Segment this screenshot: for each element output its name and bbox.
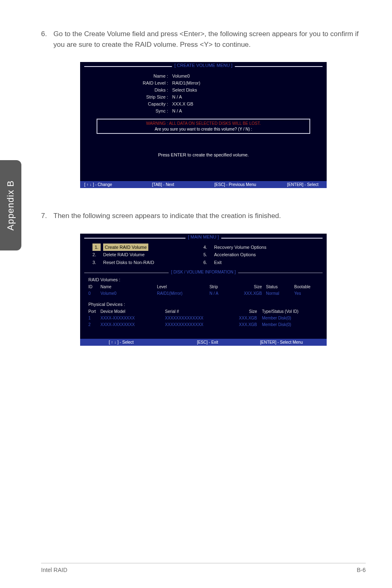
- td-size: XXX.XGB: [234, 315, 262, 322]
- td-strip: N / A: [210, 290, 234, 297]
- th-id: ID: [88, 284, 100, 290]
- th-size: Size: [234, 284, 266, 290]
- bios1-footer: [ ↑ ↓ ] - Change [TAB] - Next [ESC] - Pr…: [80, 181, 327, 188]
- step-6-num: 6.: [41, 29, 53, 50]
- menu-acceleration: Acceleration Options: [214, 251, 256, 259]
- td-port: 2: [88, 322, 100, 328]
- kv-label: RAID Level :: [86, 80, 172, 87]
- kv-val: N / A: [172, 94, 182, 101]
- physical-devices-label: Physical Devices :: [80, 301, 327, 308]
- td-serial: XXXXXXXXXXXXXX: [165, 315, 234, 322]
- footer-select: [ ↑ ↓ ] - Select: [84, 340, 158, 345]
- step-7-num: 7.: [41, 211, 53, 221]
- td-id: 0: [88, 290, 100, 297]
- kv-val: RAID1(Mirror): [172, 80, 200, 87]
- warning-red: WARNING : ALL DATA ON SELECTED DISKS WIL…: [101, 121, 305, 126]
- phys-table: Port Device Model Serial # Size Type/Sta…: [80, 308, 327, 339]
- footer-esc: [ESC] - Previous Menu: [208, 182, 263, 187]
- side-tab-label: Appendix B: [5, 180, 16, 231]
- bios1-title: [ CREATE VOLUME MENU ]: [172, 63, 235, 68]
- kv-label: Disks :: [86, 87, 172, 94]
- td-serial: XXXXXXXXXXXXXX: [165, 322, 234, 328]
- phys-row: 2 XXXX-XXXXXXXX XXXXXXXXXXXXXX XXX.XGB M…: [88, 322, 318, 328]
- raid-row: 0 Volume0 RAID1(Mirror) N / A XXX.XGB No…: [88, 290, 318, 297]
- bios-main-menu: [ MAIN MENU ] 1.Create RAID Volume 2.Del…: [80, 234, 327, 346]
- warning-prompt: Are you sure you want to create this vol…: [101, 127, 305, 131]
- footer-tab: [TAB] - Next: [140, 182, 208, 187]
- step-6: 6. Go to the Create Volume field and pre…: [41, 29, 366, 50]
- th-strip: Strip: [210, 284, 234, 290]
- raid-volumes-label: RAID Volumes :: [80, 276, 327, 283]
- kv-val: Volume0: [172, 73, 190, 80]
- step-7: 7. Then the following screen appears to …: [41, 211, 366, 221]
- kv-val: XXX.X GB: [172, 101, 193, 108]
- td-model: XXXX-XXXXXXXX: [100, 315, 165, 322]
- td-type: Member Disk(0): [262, 315, 318, 322]
- td-type: Member Disk(0): [262, 322, 318, 328]
- footer-right: B-6: [357, 567, 366, 573]
- bios-create-volume: [ CREATE VOLUME MENU ] Name :Volume0 RAI…: [80, 62, 327, 188]
- disk-volume-title: [ DISK / VOLUME INFORMATION ]: [168, 270, 238, 274]
- main-menu-list: 1.Create RAID Volume 2.Delete RAID Volum…: [80, 243, 327, 269]
- td-level: RAID1(Mirror): [157, 290, 210, 297]
- menu-exit: Exit: [214, 259, 221, 266]
- menu-reset-disks: Reset Disks to Non-RAID: [103, 259, 154, 266]
- footer-enter: [ENTER] - Select Menu: [244, 340, 323, 345]
- footer-left: Intel RAID: [41, 567, 67, 573]
- kv-label: Sync :: [86, 108, 172, 115]
- th-level: Level: [157, 284, 210, 290]
- th-model: Device Model: [100, 308, 165, 315]
- raid-table: ID Name Level Strip Size Status Bootable…: [80, 283, 327, 301]
- menu-create-raid: Create RAID Volume: [103, 243, 148, 251]
- bios2-footer: [ ↑ ↓ ] - Select [ESC] - Exit [ENTER] - …: [80, 339, 327, 346]
- menu-idx: 4.: [203, 243, 214, 251]
- th-size: Size: [234, 308, 262, 315]
- warning-frame: WARNING : ALL DATA ON SELECTED DISKS WIL…: [97, 119, 310, 134]
- td-status: Normal: [266, 290, 294, 297]
- menu-delete-raid: Delete RAID Volume: [103, 251, 145, 259]
- center-message: Press ENTER to create the specified volu…: [86, 152, 321, 157]
- footer-change: [ ↑ ↓ ] - Change: [84, 182, 140, 187]
- th-port: Port: [88, 308, 100, 315]
- kv-label: Strip Size :: [86, 94, 172, 101]
- page-footer: Intel RAID B-6: [41, 563, 366, 573]
- td-port: 1: [88, 315, 100, 322]
- menu-idx: 1.: [92, 243, 101, 251]
- menu-idx: 5.: [203, 251, 214, 259]
- menu-idx: 3.: [92, 259, 103, 266]
- td-size: XXX.XGB: [234, 322, 262, 328]
- th-boot: Bootable: [294, 284, 318, 290]
- page-content: 6. Go to the Create Volume field and pre…: [41, 29, 366, 368]
- td-boot: Yes: [294, 290, 318, 297]
- td-name: Volume0: [100, 290, 157, 297]
- step-6-text: Go to the Create Volume field and press …: [53, 29, 366, 50]
- kv-val: N / A: [172, 108, 182, 115]
- phys-row: 1 XXXX-XXXXXXXX XXXXXXXXXXXXXX XXX.XGB M…: [88, 315, 318, 322]
- bios2-title: [ MAIN MENU ]: [185, 234, 221, 239]
- step-7-text: Then the following screen appears to ind…: [53, 211, 366, 221]
- kv-label: Capacity :: [86, 101, 172, 108]
- menu-recovery: Recovery Volume Options: [214, 243, 266, 251]
- side-tab: Appendix B: [0, 160, 21, 250]
- th-type: Type/Status (Vol ID): [262, 308, 318, 315]
- th-serial: Serial #: [165, 308, 234, 315]
- td-model: XXXX-XXXXXXXX: [100, 322, 165, 328]
- td-size: XXX.XGB: [234, 290, 266, 297]
- th-name: Name: [100, 284, 157, 290]
- th-status: Status: [266, 284, 294, 290]
- footer-esc: [ESC] - Exit: [158, 340, 244, 345]
- kv-label: Name :: [86, 73, 172, 80]
- footer-enter: [ENTER] - Select: [263, 182, 323, 187]
- kv-val: Select Disks: [172, 87, 197, 94]
- menu-idx: 6.: [203, 259, 214, 266]
- menu-idx: 2.: [92, 251, 103, 259]
